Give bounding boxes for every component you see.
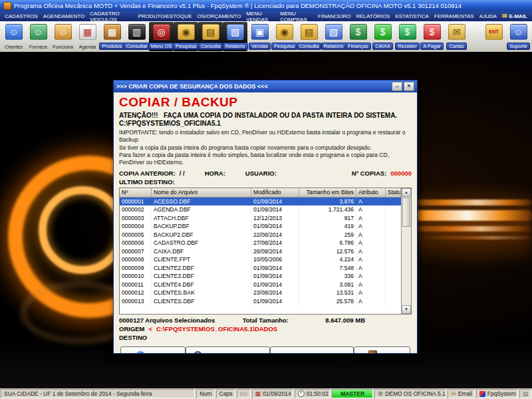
- table-cell: [386, 255, 401, 264]
- table-row[interactable]: 0000008CLIENTE.FPT10/05/20064.224A: [120, 255, 401, 264]
- scroll-thumb[interactable]: [402, 198, 410, 227]
- menu-item-email[interactable]: ✉ E-MAIL: [499, 13, 530, 19]
- table-row[interactable]: 0000002AGENDA.DBF01/09/20141.721.436A: [120, 205, 401, 214]
- toolbar-button-suporte[interactable]: ☺Suporte: [506, 22, 531, 51]
- toolbar-button-label: Clientes: [5, 44, 23, 50]
- table-scrollbar[interactable]: [401, 188, 411, 314]
- menu-item-os-or-amento[interactable]: OS/ORÇAMENTO: [195, 13, 244, 19]
- toolbar-button-label: Consultar: [123, 43, 150, 50]
- toolbar-button-label: Consulta: [297, 43, 322, 50]
- toolbar-button-fornece[interactable]: ☺Fornece: [26, 22, 51, 51]
- toolbar-button-label: Suporte: [507, 43, 529, 50]
- status-email[interactable]: Email: [448, 389, 475, 398]
- table-row[interactable]: 0000003ATTACH.DBF12/12/2013917A: [120, 214, 401, 223]
- toolbar-button-menu-os[interactable]: ◎Menu OS: [149, 22, 174, 51]
- table-cell: 01/09/2014: [251, 272, 299, 281]
- table-row[interactable]: 0000013CLIENTES.DBF01/09/201425.578A: [120, 297, 401, 306]
- table-cell: 7.548: [299, 264, 356, 273]
- copia-anterior-label: COPIA ANTERIOR:: [119, 170, 176, 177]
- table-row[interactable]: 0000007CAIXA.DBF28/08/201412.576A: [120, 247, 401, 256]
- menu-item-produto-estoque[interactable]: PRODUTO/ESTOQUE: [135, 13, 194, 19]
- table-cell: 0000007: [120, 247, 152, 256]
- dialog-heading: COPIAR / BACKUP: [119, 95, 412, 110]
- toolbar-button-vendas[interactable]: ▣Vendas: [247, 22, 272, 51]
- status-license-text: DEMO OS OFICINA 5.1: [385, 390, 446, 397]
- column-header-nome-do-arquivo[interactable]: Nome do Arquivo: [152, 188, 251, 197]
- column-header-modificado[interactable]: Modificado: [251, 188, 299, 197]
- scroll-track[interactable]: [402, 227, 411, 305]
- table-cell: 12.576: [299, 247, 356, 256]
- menu-item-menu-compras[interactable]: MENU COMPRAS: [277, 11, 315, 23]
- toolbar-button-label: Menu OS: [148, 43, 175, 50]
- scroll-down-button[interactable]: [402, 305, 411, 314]
- toolbar-button-agenda[interactable]: ▦Agenda: [75, 22, 100, 51]
- column-header-tamanho-em-bites[interactable]: Tamanho em Bites: [299, 188, 356, 197]
- start-copy-button[interactable]: Iniciar a Copia: [270, 346, 354, 353]
- menu-item-ajuda[interactable]: AJUDA: [477, 13, 499, 19]
- help-button[interactable]: AJUDA: [120, 346, 186, 353]
- toolbar-button-finan-as[interactable]: $Finanças: [346, 22, 370, 51]
- toolbar-button-clientes[interactable]: ☺Clientes: [1, 22, 26, 51]
- menu-item-agendamento[interactable]: AGENDAMENTO: [41, 13, 88, 19]
- table-cell: CLIENTE4.DBF: [152, 281, 251, 289]
- toolbar-button-consultar[interactable]: ▥Consultar: [124, 22, 149, 51]
- toolbar-button-relat-rio[interactable]: ▧Relatório: [223, 22, 247, 51]
- products-icon: ▦: [104, 24, 121, 40]
- status-num: Num: [196, 389, 214, 398]
- toolbar-button-funciona[interactable]: ☺Funciona: [51, 22, 75, 51]
- toolbar-button-receber[interactable]: $Receber: [395, 22, 420, 51]
- column-header-n[interactable]: Nº: [120, 188, 152, 197]
- check-icon: [285, 352, 291, 353]
- table-cell: ACESSO.DBF: [152, 198, 251, 206]
- menu-item-menu-vendas[interactable]: MENU VENDAS: [243, 11, 277, 23]
- files-selected-text: 0000127 Arquivos Selecionados: [119, 317, 215, 324]
- exit-button[interactable]: SAIR: [354, 346, 410, 353]
- table-cell: CLIENTES.BAK: [152, 289, 251, 297]
- table-row[interactable]: 0000006CADASTRO.DBF27/08/20146.786A: [120, 239, 401, 247]
- dialog-title: >>> CRIAR COPIA DE SEGURANÇA DOS DADOS <…: [116, 83, 390, 90]
- table-cell: CADASTRO.DBF: [152, 239, 251, 247]
- status-ins: Ins: [237, 389, 251, 398]
- copy-location-button[interactable]: Local para a Copia: [186, 346, 269, 353]
- table-row[interactable]: 0000005BACKUP2.DBF22/08/2014259A: [120, 231, 401, 239]
- table-cell: [386, 272, 401, 281]
- toolbar-button-consulta[interactable]: ▤Consulta: [198, 22, 223, 51]
- table-cell: 3.876: [299, 198, 356, 206]
- menu-item-ferramentas[interactable]: FERRAMENTAS: [432, 13, 477, 19]
- toolbar-button-relat-rio[interactable]: ▧Relatório: [321, 22, 346, 51]
- menu-item-cadastros[interactable]: CADASTROS: [2, 13, 41, 19]
- table-cell: 0000002: [120, 205, 152, 214]
- dialog-close-button[interactable]: [404, 82, 414, 91]
- toolbar-button-label: Pesquisa: [271, 43, 297, 50]
- table-row[interactable]: 0000010CLIENTE3.DBF01/09/2014336A: [120, 272, 401, 281]
- toolbar-button-label: Pesquisa: [173, 43, 199, 50]
- toolbar-button-cartas[interactable]: ✉Cartas: [444, 22, 469, 51]
- toolbar-button-exit-icon[interactable]: EXIT: [481, 22, 506, 51]
- status-location-text: SUA CIDADE - UF 1 de Setembro de 2014 - …: [4, 390, 152, 397]
- table-cell: 25.578: [299, 297, 356, 306]
- table-row[interactable]: 0000012CLIENTES.BAK23/08/201413.531A: [120, 289, 401, 297]
- menu-item-estatistica[interactable]: ESTATISTICA: [392, 13, 431, 19]
- toolbar-button-produtos[interactable]: ▦Produtos: [100, 22, 124, 51]
- dialog-minimize-button[interactable]: [392, 82, 402, 91]
- table-row[interactable]: 0000011CLIENTE4.DBF01/09/20143.081A: [120, 281, 401, 289]
- table-row[interactable]: 0000001ACESSO.DBF01/09/20143.876A: [120, 198, 401, 206]
- menu-item-cadastro-veiculos[interactable]: CADASTRO VEICULOS: [87, 11, 135, 23]
- table-row[interactable]: 0000004BACKUP.DBF01/09/2014419A: [120, 222, 401, 231]
- table-cell: [386, 297, 401, 306]
- column-header-status[interactable]: Status: [386, 188, 401, 197]
- menu-item-financeiro[interactable]: FINANCEIRO: [315, 13, 353, 19]
- toolbar-button-caixa[interactable]: $CAIXA: [370, 22, 395, 51]
- toolbar-button-consulta[interactable]: ▤Consulta: [297, 22, 321, 51]
- toolbar-button-a-pagar[interactable]: $A Pagar: [420, 22, 444, 51]
- table-row[interactable]: 0000009CLIENTE2.DBF01/09/20147.548A: [120, 264, 401, 273]
- table-cell: 0000011: [120, 281, 152, 289]
- table-cell: [386, 231, 401, 239]
- toolbar-button-pesquisa[interactable]: ◉Pesquisa: [272, 22, 297, 51]
- column-header-atributo[interactable]: Atributo: [356, 188, 386, 197]
- menu-item-relat-rios[interactable]: RELATÓRIOS: [353, 13, 392, 19]
- toolbar-button-pesquisa[interactable]: ◉Pesquisa: [174, 22, 198, 51]
- scroll-up-button[interactable]: [402, 188, 411, 197]
- dialog-titlebar[interactable]: >>> CRIAR COPIA DE SEGURANÇA DOS DADOS <…: [114, 80, 417, 92]
- table-cell: 0000004: [120, 222, 152, 231]
